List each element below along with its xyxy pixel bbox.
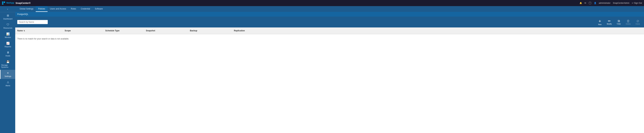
sign-out[interactable]: ↩ Sign Out <box>632 2 642 4</box>
alerts-icon: ⚠ <box>7 81 9 84</box>
tab-global-settings[interactable]: Global Settings <box>17 6 36 12</box>
top-bar-right: 🔔 ✉ ? 👤 administrator SnapCenterAdmin ↩ … <box>580 2 642 5</box>
copy-icon: ⧉ <box>618 20 620 23</box>
netapp-logo: NetApp <box>2 2 14 5</box>
sidebar-item-storage-systems[interactable]: 💾 Storage Systems <box>0 58 15 70</box>
user-icon: 👤 <box>594 2 596 4</box>
table-header: Name ⇅ Scope Schedule Type Snapshot Back… <box>15 28 644 34</box>
instance-name[interactable]: SnapCenterAdmin <box>613 2 630 4</box>
col-header-schedule: Schedule Type <box>103 29 144 33</box>
sidebar-collapse-button[interactable]: ‹ <box>0 6 15 12</box>
reports-icon: 📈 <box>6 42 10 45</box>
sidebar-item-reports[interactable]: 📈 Reports <box>0 40 15 49</box>
toolbar-right: + New ✏ Modify ⧉ Copy 🗑 Delete ⊘ Clon <box>596 18 642 26</box>
svg-rect-0 <box>2 2 4 3</box>
tab-policies[interactable]: Policies <box>36 6 48 12</box>
storage-icon: 💾 <box>6 60 10 63</box>
delete-icon: 🗑 <box>626 19 630 23</box>
search-input[interactable] <box>17 20 48 24</box>
tab-software[interactable]: Software <box>92 6 105 12</box>
tab-users-and-access[interactable]: Users and Access <box>48 6 68 12</box>
delete-label: Delete <box>626 23 631 25</box>
col-header-scope: Scope <box>62 29 103 33</box>
tab-roles[interactable]: Roles <box>68 6 78 12</box>
user-name[interactable]: administrator <box>599 2 610 4</box>
plugin-nav: PostgreSQL <box>15 12 644 17</box>
tab-credential[interactable]: Credential <box>78 6 92 12</box>
new-label: New <box>598 24 602 25</box>
table-empty-message: There is no match for your search or dat… <box>15 34 644 43</box>
sidebar-label-dashboard: Dashboard <box>4 18 12 20</box>
monitor-icon: 📊 <box>6 32 10 36</box>
sidebar-item-resources[interactable]: 🛡 Resources <box>0 22 15 31</box>
col-header-name: Name ⇅ <box>15 29 62 33</box>
copy-button[interactable]: ⧉ Copy <box>614 19 623 25</box>
sidebar-label-monitor: Monitor <box>5 36 11 38</box>
resources-icon: 🛡 <box>6 23 9 26</box>
sidebar-item-settings[interactable]: ≡ Settings <box>0 70 15 79</box>
sidebar-item-hosts[interactable]: 🖥 Hosts <box>0 49 15 58</box>
table-area: Name ⇅ Scope Schedule Type Snapshot Back… <box>15 28 644 133</box>
app-name: SnapCenter® <box>16 2 31 5</box>
toolbar-left <box>17 20 48 24</box>
col-header-replication: Replication <box>232 29 644 33</box>
col-header-snapshot: Snapshot <box>144 29 188 33</box>
sidebar: ‹ ⊞ Dashboard 🛡 Resources 📊 Monitor 📈 Re… <box>0 6 15 133</box>
sidebar-item-dashboard[interactable]: ⊞ Dashboard <box>0 12 15 22</box>
dashboard-icon: ⊞ <box>7 14 9 17</box>
copy-label: Copy <box>617 23 621 25</box>
sidebar-item-monitor[interactable]: 📊 Monitor <box>0 31 15 40</box>
plugin-label: PostgreSQL <box>17 13 28 16</box>
sidebar-item-alerts[interactable]: ⚠ Alerts <box>0 79 15 88</box>
settings-icon: ≡ <box>7 71 9 75</box>
sidebar-label-hosts: Hosts <box>6 55 10 57</box>
modify-icon: ✏ <box>608 19 611 23</box>
sidebar-label-alerts: Alerts <box>6 85 10 87</box>
sub-nav: Global Settings Policies Users and Acces… <box>15 6 644 12</box>
svg-rect-2 <box>2 3 4 5</box>
new-icon: + <box>598 19 601 23</box>
new-button[interactable]: + New <box>596 18 604 26</box>
modify-label: Modify <box>607 23 612 25</box>
layout: ‹ ⊞ Dashboard 🛡 Resources 📊 Monitor 📈 Re… <box>0 6 644 133</box>
clone-button[interactable]: ⊘ Clone <box>634 19 642 26</box>
modify-button[interactable]: ✏ Modify <box>605 19 614 26</box>
main-content: Global Settings Policies Users and Acces… <box>15 6 644 133</box>
hosts-icon: 🖥 <box>6 51 9 54</box>
top-bar: NetApp SnapCenter® 🔔 ✉ ? 👤 administrator… <box>0 0 644 6</box>
clone-icon: ⊘ <box>636 19 639 23</box>
notification-icon[interactable]: 🔔 <box>580 2 582 4</box>
toolbar: + New ✏ Modify ⧉ Copy 🗑 Delete ⊘ Clon <box>15 17 644 28</box>
svg-rect-1 <box>4 2 5 3</box>
sidebar-label-storage: Storage Systems <box>1 64 14 68</box>
sort-icon[interactable]: ⇅ <box>24 30 25 32</box>
delete-button[interactable]: 🗑 Delete <box>624 19 632 26</box>
clone-label: Clone <box>636 23 640 25</box>
sidebar-label-settings: Settings <box>4 75 11 77</box>
sidebar-label-reports: Reports <box>4 46 11 48</box>
brand-area: NetApp SnapCenter® <box>2 2 31 5</box>
sidebar-label-resources: Resources <box>4 27 12 29</box>
mail-icon[interactable]: ✉ <box>584 2 586 4</box>
col-header-backup: Backup <box>188 29 232 33</box>
help-icon[interactable]: ? <box>588 2 592 5</box>
collapse-icon: ‹ <box>7 8 8 10</box>
